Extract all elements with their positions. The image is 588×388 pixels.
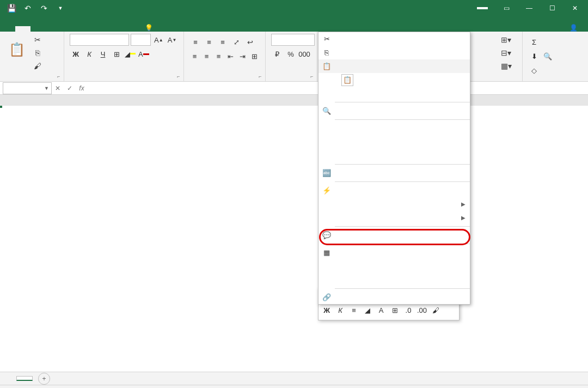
mini-align-icon[interactable]: ≡ [348, 304, 360, 316]
ctx-sort[interactable]: ▶ [318, 211, 470, 225]
decrease-font-icon[interactable]: A▼ [166, 34, 178, 46]
add-sheet-button[interactable]: + [38, 373, 50, 385]
align-right-icon[interactable]: ≡ [213, 50, 224, 62]
borders-button[interactable]: ⊞ [111, 48, 122, 60]
find-icon[interactable]: 🔍 [542, 50, 554, 62]
ctx-clear[interactable] [318, 149, 470, 162]
ctx-delete[interactable] [318, 135, 470, 149]
percent-icon[interactable]: % [285, 48, 297, 60]
ctx-define-name[interactable] [318, 273, 470, 287]
tab-file[interactable] [0, 26, 15, 32]
ribbon-display-icon[interactable]: ▭ [495, 0, 517, 16]
save-icon[interactable]: 💾 [4, 1, 19, 15]
tell-me-search[interactable]: 💡 [145, 24, 156, 32]
align-center-icon[interactable]: ≡ [201, 50, 212, 62]
sheet-tab[interactable] [16, 376, 33, 381]
ctx-link[interactable]: 🔗 [318, 290, 470, 304]
ctx-format-cells[interactable]: ▦ [318, 246, 470, 259]
clipboard-dialog-launcher[interactable]: ⌐ [55, 72, 63, 80]
format-cells-icon: ▦ [322, 248, 332, 258]
mini-format-painter-icon[interactable]: 🖌 [430, 304, 442, 316]
qat-customize-icon[interactable]: ▼ [53, 1, 68, 15]
align-top-icon[interactable]: ≡ [189, 36, 201, 48]
font-dialog-launcher[interactable]: ⌐ [175, 72, 182, 80]
close-icon[interactable]: ✕ [564, 0, 586, 16]
mini-bold-button[interactable]: Ж [321, 304, 333, 316]
align-left-icon[interactable]: ≡ [189, 50, 200, 62]
ribbon-tabs: 💡 👤 [0, 16, 588, 32]
worksheet-grid[interactable] [0, 95, 588, 372]
tab-home[interactable] [15, 26, 30, 32]
number-format-select[interactable] [271, 34, 315, 46]
cancel-formula-icon[interactable]: ✕ [52, 82, 64, 94]
orientation-icon[interactable]: ⤢ [230, 36, 242, 48]
tab-data[interactable] [76, 26, 91, 32]
mini-decimal-inc-icon[interactable]: .0 [402, 304, 414, 316]
tab-insert[interactable] [30, 26, 46, 32]
delete-cells-icon[interactable]: ⊟▾ [500, 47, 512, 59]
ctx-insert[interactable] [318, 122, 470, 135]
formula-bar-row: ▼ ✕ ✓ fx [0, 82, 588, 95]
format-cells-icon[interactable]: ▦▾ [500, 60, 512, 72]
maximize-icon[interactable]: ☐ [541, 0, 563, 16]
italic-button[interactable]: К [83, 48, 95, 60]
align-middle-icon[interactable]: ≡ [203, 36, 215, 48]
merge-icon[interactable]: ⊞ [249, 50, 260, 62]
cut-icon[interactable]: ✂ [32, 34, 44, 46]
fill-color-button[interactable]: ◢ [124, 48, 136, 60]
ctx-cut[interactable]: ✂ [318, 32, 470, 46]
clear-icon[interactable]: ◇ [528, 64, 540, 76]
increase-indent-icon[interactable]: ⇥ [237, 50, 248, 62]
tab-review[interactable] [91, 26, 107, 32]
align-dialog-launcher[interactable]: ⌐ [256, 72, 264, 80]
fill-icon[interactable]: ⬇ [528, 50, 540, 62]
name-box[interactable]: ▼ [3, 82, 52, 94]
copy-icon[interactable]: ⎘ [32, 47, 44, 59]
fx-icon[interactable]: fx [76, 82, 88, 94]
ctx-pick-from-list[interactable] [318, 259, 470, 273]
title-bar: 💾 ↶ ↷ ▼ ▭ ― ☐ ✕ [0, 0, 588, 16]
align-bottom-icon[interactable]: ≡ [217, 36, 229, 48]
tab-help[interactable] [122, 26, 137, 32]
login-button[interactable] [477, 7, 488, 9]
mini-decimal-dec-icon[interactable]: .00 [416, 304, 428, 316]
underline-button[interactable]: Ч [97, 48, 109, 60]
minimize-icon[interactable]: ― [518, 0, 540, 16]
ctx-insert-comment[interactable]: 💬 [318, 228, 470, 242]
ctx-smart-lookup[interactable]: 🔍 [318, 104, 470, 118]
number-dialog-launcher[interactable]: ⌐ [308, 72, 316, 80]
font-color-button[interactable]: A [138, 48, 150, 60]
mini-font-color-icon[interactable]: A [375, 304, 387, 316]
mini-italic-button[interactable]: К [334, 304, 346, 316]
redo-icon[interactable]: ↷ [37, 1, 51, 15]
ctx-filter[interactable]: ▶ [318, 197, 470, 211]
format-painter-icon[interactable]: 🖌 [32, 60, 44, 72]
chevron-right-icon: ▶ [461, 201, 465, 207]
decrease-indent-icon[interactable]: ⇤ [225, 50, 236, 62]
currency-icon[interactable]: ₽ [271, 48, 283, 60]
mini-fill-color-icon[interactable]: ◢ [362, 304, 373, 316]
ctx-quick-analysis[interactable]: ⚡ [318, 184, 470, 197]
enter-formula-icon[interactable]: ✓ [64, 82, 76, 94]
tab-page-layout[interactable] [46, 26, 61, 32]
ctx-paste-icon-row: 📋 [318, 73, 470, 87]
ctx-translate[interactable]: 🔤 [318, 166, 470, 180]
bold-button[interactable]: Ж [70, 48, 82, 60]
paste-button[interactable]: 📋 [5, 34, 28, 66]
font-name-select[interactable] [70, 34, 129, 46]
comma-icon[interactable]: 000 [298, 48, 310, 60]
clipboard-icon: 📋 [9, 42, 25, 57]
mini-borders-icon[interactable]: ⊞ [389, 304, 401, 316]
font-size-select[interactable] [131, 34, 151, 46]
undo-icon[interactable]: ↶ [21, 1, 35, 15]
increase-font-icon[interactable]: A▲ [152, 34, 164, 46]
tab-view[interactable] [107, 26, 122, 32]
ctx-copy[interactable]: ⎘ [318, 46, 470, 59]
paste-default-icon[interactable]: 📋 [341, 74, 353, 86]
wrap-text-icon[interactable]: ↩ [244, 36, 256, 48]
autosum-icon[interactable]: Σ [528, 36, 540, 48]
tab-formulas[interactable] [61, 26, 76, 32]
share-button[interactable]: 👤 [569, 24, 580, 32]
insert-cells-icon[interactable]: ⊞▾ [500, 34, 512, 46]
ctx-paste-special[interactable] [318, 87, 470, 100]
